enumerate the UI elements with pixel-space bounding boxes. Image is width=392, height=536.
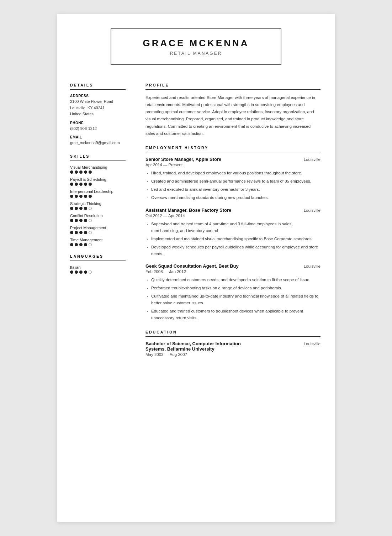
education-heading: EDUCATION [145,330,321,337]
education-section: EDUCATION Bachelor of Science, Computer … [145,330,321,357]
filled-dot [75,270,78,274]
filled-dot [84,207,87,210]
skill-item: Time Management [70,238,126,246]
skill-item: Conflict Resolution [70,214,126,222]
education-list: Bachelor of Science, Computer Informatio… [145,341,321,357]
education-header: Bachelor of Science, Computer Informatio… [145,341,321,352]
languages-section: LANGUAGES Italian [70,254,126,274]
candidate-title: RETAIL MANAGER [133,51,259,56]
filled-dot [75,183,78,186]
filled-dot [79,170,83,174]
bullet-item: Led and executed bi-annual inventory ove… [145,186,321,193]
phone-label: PHONE [70,121,126,125]
profile-section: PROFILE Experienced and results-oriented… [145,83,321,137]
skill-name: Interpersonal Leadership [70,189,126,194]
bullet-item: Cultivated and maintained up-to-date ind… [145,293,321,306]
details-section: DETAILS ADDRESS 2100 White Flower Road L… [70,83,126,146]
filled-dot [79,219,83,222]
job-entry: Senior Store Manager, Apple StoreLouisvi… [145,157,321,201]
skill-item: Payroll & Scheduling [70,177,126,186]
details-heading: DETAILS [70,83,126,90]
education-dates: May 2003 — Aug 2007 [145,352,321,357]
filled-dot [84,195,87,198]
job-title: Geek Squad Consultation Agent, Best Buy [145,263,239,269]
job-header: Assistant Manager, Bose Factory StoreLou… [145,207,321,213]
email-text: grce_mcknnna9@gmail.com [70,140,126,146]
bullet-item: Quickly determined customers needs, and … [145,277,321,283]
left-column: DETAILS ADDRESS 2100 White Flower Road L… [57,83,136,365]
filled-dot [79,195,83,198]
job-title: Assistant Manager, Bose Factory Store [145,207,231,213]
phone-text: (502) 906-1212 [70,126,126,132]
empty-dot [89,207,92,210]
job-location: Louisville [304,208,321,212]
bullet-item: Performed trouble-shooting tasks on a ra… [145,285,321,291]
job-title: Senior Store Manager, Apple Store [145,157,221,162]
skills-list: Visual MerchandisingPayroll & Scheduling… [70,165,126,246]
bullet-item: Hired, trained, and developed employees … [145,170,321,177]
filled-dot [75,207,78,210]
job-bullets: Supervised and trained team of 4 part-ti… [145,221,321,257]
employment-section: EMPLOYMENT HISTORY Senior Store Manager,… [145,146,321,322]
job-bullets: Hired, trained, and developed employees … [145,170,321,201]
skill-name: Visual Merchandising [70,165,126,169]
profile-text: Experienced and results-oriented Store M… [145,94,321,137]
education-entry: Bachelor of Science, Computer Informatio… [145,341,321,357]
candidate-name: GRACE MCKENNA [133,38,259,49]
filled-dot [84,270,87,274]
filled-dot [79,270,83,274]
bullet-item: Implemented and maintained visual mercha… [145,236,321,242]
degree-title: Bachelor of Science, Computer Informatio… [145,341,259,352]
address-text: 2100 White Flower Road Lousville, KY 402… [70,99,126,117]
resume-page: GRACE MCKENNA RETAIL MANAGER DETAILS ADD… [57,14,335,522]
skill-name: Strategic Thinking [70,201,126,206]
right-column: PROFILE Experienced and results-oriented… [136,83,335,365]
job-bullets: Quickly determined customers needs, and … [145,277,321,321]
filled-dot [75,243,78,246]
skill-name: Project Management [70,226,126,230]
empty-dot [89,219,92,222]
jobs-list: Senior Store Manager, Apple StoreLouisvi… [145,157,321,322]
header-area: GRACE MCKENNA RETAIL MANAGER [57,14,335,76]
job-dates: Apr 2014 — Present [145,163,321,167]
filled-dot [70,183,73,186]
empty-dot [89,231,92,234]
bullet-item: Supervised and trained team of 4 part-ti… [145,221,321,234]
skill-name: Conflict Resolution [70,214,126,218]
job-location: Louisville [304,157,321,162]
filled-dot [75,219,78,222]
skill-name: Time Management [70,238,126,242]
filled-dot [84,219,87,222]
job-entry: Assistant Manager, Bose Factory StoreLou… [145,207,321,257]
filled-dot [79,243,83,246]
filled-dot [84,170,87,174]
skills-heading: SKILLS [70,154,126,161]
name-box: GRACE MCKENNA RETAIL MANAGER [111,28,281,65]
job-header: Geek Squad Consultation Agent, Best BuyL… [145,263,321,269]
content-area: DETAILS ADDRESS 2100 White Flower Road L… [57,76,335,379]
email-label: EMAIL [70,135,126,139]
filled-dot [84,243,87,246]
filled-dot [70,243,73,246]
filled-dot [75,195,78,198]
filled-dot [89,183,92,186]
filled-dot [79,207,83,210]
filled-dot [79,183,83,186]
filled-dot [70,195,73,198]
filled-dot [70,207,73,210]
bullet-item: Educated and trained customers to troubl… [145,308,321,321]
filled-dot [84,183,87,186]
skill-item: Interpersonal Leadership [70,189,126,198]
language-name: Italian [70,265,126,269]
job-dates: Oct 2012 — Apr 2014 [145,214,321,218]
filled-dot [84,231,87,234]
filled-dot [70,170,73,174]
profile-heading: PROFILE [145,83,321,90]
filled-dot [89,170,92,174]
bullet-item: Created and administered semi-annual per… [145,178,321,185]
address-label: ADDRESS [70,94,126,98]
skill-item: Project Management [70,226,126,234]
filled-dot [89,195,92,198]
skills-section: SKILLS Visual MerchandisingPayroll & Sch… [70,154,126,246]
employment-heading: EMPLOYMENT HISTORY [145,146,321,152]
